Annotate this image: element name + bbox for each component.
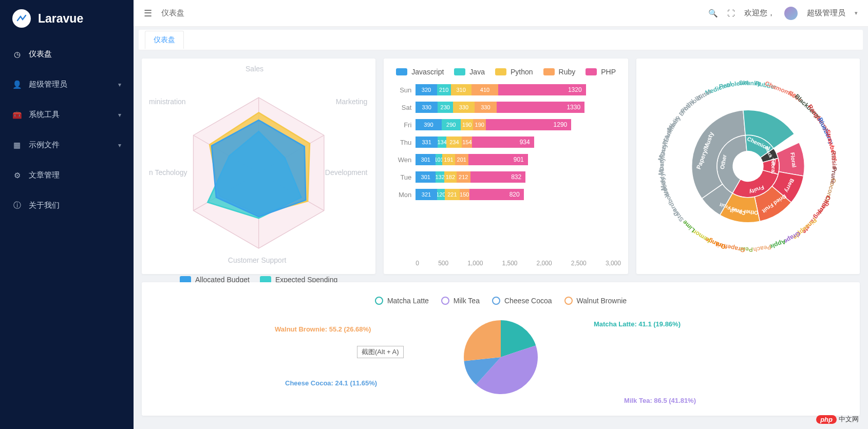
legend-label: Java	[469, 68, 485, 76]
radar-label: Customer Support	[228, 256, 287, 264]
welcome-text: 欢迎您，	[744, 8, 775, 18]
chevron-down-icon[interactable]: ▾	[855, 10, 858, 16]
bar-segment: 190	[473, 119, 486, 130]
bar-category: Sat	[391, 104, 416, 111]
bar-segment: 150	[460, 189, 469, 200]
sidebar-item[interactable]: 👤超级管理员▾	[0, 69, 134, 100]
menu-icon: 👤	[12, 80, 22, 89]
sidebar-item[interactable]: ◷仪表盘	[0, 39, 134, 69]
bar-category: Tue	[391, 173, 416, 181]
bar-segment: 1290	[486, 119, 571, 130]
bar-category: Fri	[391, 121, 416, 129]
pie-slice-label: Cheese Cocoa: 24.1 (11.65%)	[285, 379, 377, 387]
bar-segment: 290	[442, 119, 461, 130]
bar-segment: 390	[416, 119, 441, 130]
menu-label: 示例文件	[29, 140, 60, 150]
radar-chart-card: Sales Marketing Development Customer Sup…	[142, 59, 375, 274]
bar-segment: 182	[444, 171, 456, 183]
bar-segment: 230	[438, 102, 453, 113]
sidebar-item[interactable]: ⚙文章管理	[0, 160, 134, 190]
menu-icon: 🧰	[12, 110, 22, 120]
sidebar-item[interactable]: ▦示例文件▾	[0, 130, 134, 160]
legend-label: Milk Tea	[454, 297, 480, 305]
bar-segment: 330	[475, 102, 497, 113]
bar-segment: 820	[469, 189, 524, 200]
bar-segment: 101	[436, 154, 442, 165]
pie-legend: Matcha Latte Milk Tea Cheese Cocoa Walnu…	[375, 297, 627, 305]
bar-category: Thu	[391, 139, 416, 146]
bar-segment: 330	[416, 102, 438, 113]
axis-tick: 2,000	[537, 260, 552, 267]
bar-segment: 120	[437, 189, 445, 200]
bar-segment: 190	[461, 119, 474, 130]
legend-label: Python	[511, 68, 533, 76]
bar-chart-card: Javascript Java Python Ruby PHP Sun32021…	[384, 59, 628, 274]
menu-label: 关于我们	[29, 201, 60, 210]
main: ☰ 仪表盘 🔍 ⛶ 欢迎您， 超级管理员▾ 仪表盘 Sales Marketin…	[134, 0, 868, 429]
pie-slice-label: Milk Tea: 86.5 (41.81%)	[624, 397, 696, 404]
axis-tick: 0	[416, 260, 419, 267]
breadcrumb: 仪表盘	[161, 8, 184, 18]
logo-icon	[12, 9, 31, 28]
bar-segment: 132	[436, 171, 444, 183]
menu-label: 仪表盘	[29, 49, 52, 59]
bar-segment: 901	[468, 154, 528, 165]
chevron-down-icon: ▾	[118, 81, 121, 88]
bar-segment: 201	[455, 154, 468, 165]
bar-row: Fri3902901901901290	[391, 117, 621, 132]
menu-label: 系统工具	[29, 110, 60, 120]
pie-svg	[457, 314, 544, 401]
sidebar-item[interactable]: ⓘ关于我们	[0, 190, 134, 221]
menu-icon: ◷	[12, 50, 22, 59]
bar-segment: 832	[470, 171, 525, 183]
legend-label: Javascript	[411, 68, 444, 76]
bar-category: Mon	[391, 191, 416, 199]
menu-label: 超级管理员	[29, 80, 67, 89]
bar-segment: 320	[416, 84, 437, 95]
radar-label: ministration	[149, 98, 186, 106]
sidebar-item[interactable]: 🧰系统工具▾	[0, 100, 134, 130]
legend-label: Cheese Cocoa	[504, 297, 552, 305]
bar-row: Wen301101191201901	[391, 152, 621, 167]
pie-chart: Matcha Latte Milk Tea Cheese Cocoa Walnu…	[149, 289, 853, 408]
legend-label: Walnut Brownie	[577, 297, 627, 305]
pie-slice-label: Matcha Latte: 41.1 (19.86%)	[594, 320, 681, 328]
menu-icon: ⚙	[12, 171, 22, 180]
bar-x-axis: 05001,0001,5002,0002,5003,000	[391, 258, 621, 267]
php-pill: php	[816, 415, 837, 424]
pie-slice-label: Walnut Brownie: 55.2 (26.68%)	[275, 325, 371, 333]
bar-segment: 310	[451, 84, 471, 95]
sunburst-chart-card: OtherChemicalBlack TeaFloralFruityPapery…	[636, 59, 860, 274]
user-name[interactable]: 超级管理员	[807, 8, 845, 18]
pie-chart-card: Matcha Latte Milk Tea Cheese Cocoa Walnu…	[142, 282, 860, 416]
axis-tick: 1,500	[502, 260, 517, 267]
radar-chart: Sales Marketing Development Customer Sup…	[149, 66, 368, 274]
menu-label: 文章管理	[29, 170, 60, 180]
bar-segment: 331	[416, 136, 438, 148]
fullscreen-icon[interactable]: ⛶	[727, 9, 735, 17]
menu-icon: ⓘ	[12, 201, 22, 210]
radar-label: Sales	[246, 65, 263, 73]
bar-row: Thu331134234154934	[391, 134, 621, 150]
bar-chart: Sun3202103104101320Sat3302303303301330Fr…	[391, 82, 621, 258]
svg-point-25	[733, 151, 763, 182]
content: Sales Marketing Development Customer Sup…	[134, 50, 868, 424]
chevron-down-icon: ▾	[118, 111, 121, 119]
menu-icon: ▦	[12, 141, 22, 150]
bar-category: Wen	[391, 156, 416, 164]
bar-category: Sun	[391, 86, 416, 94]
radar-label: Marketing	[336, 98, 367, 106]
avatar[interactable]	[784, 7, 798, 20]
tab-dashboard[interactable]: 仪表盘	[145, 31, 184, 49]
bar-segment: 301	[416, 154, 436, 165]
bar-segment: 212	[457, 171, 470, 183]
logo-row: Laravue	[0, 0, 134, 39]
search-icon[interactable]: 🔍	[708, 9, 718, 18]
axis-tick: 3,000	[606, 260, 621, 267]
brand-name: Laravue	[38, 12, 83, 26]
axis-tick: 1,000	[467, 260, 483, 267]
bar-segment: 301	[416, 171, 436, 183]
legend-label: PHP	[601, 68, 616, 76]
hamburger-icon[interactable]: ☰	[144, 8, 152, 19]
bar-row: Mon321120221150820	[391, 187, 621, 202]
